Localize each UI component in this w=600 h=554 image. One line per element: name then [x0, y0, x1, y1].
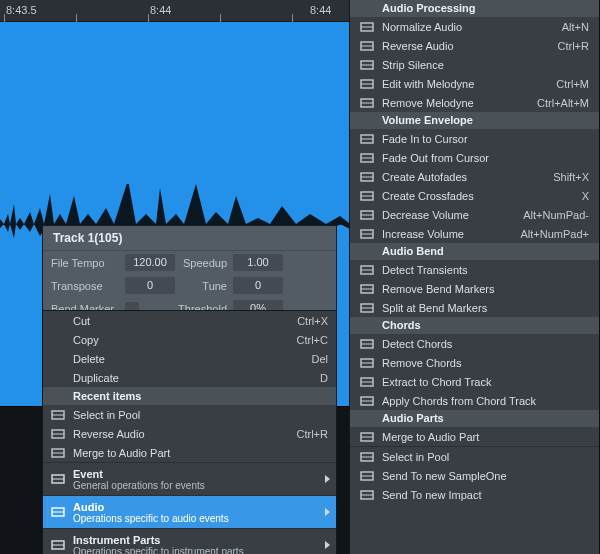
info-label: Tune [175, 280, 233, 292]
menu-item-label: Detect Chords [382, 338, 452, 350]
menu-item-label: Edit with Melodyne [382, 78, 474, 90]
menu-item-shortcut: Ctrl+Alt+M [537, 97, 589, 109]
submenu-section-header: Audio Processing [350, 0, 599, 17]
menu-item-label: Apply Chords from Chord Track [382, 395, 536, 407]
menu-item-label: Remove Bend Markers [382, 283, 495, 295]
instrument-icon [50, 537, 66, 553]
submenu-instrument-parts[interactable]: Instrument PartsOperations specific to i… [43, 529, 336, 554]
menu-item[interactable]: Fade In to Cursor [350, 129, 599, 148]
menu-item-delete[interactable]: DeleteDel [43, 349, 336, 368]
submenu-audio[interactable]: AudioOperations specific to audio events [43, 496, 336, 528]
menu-item-label: Extract to Chord Track [382, 376, 491, 388]
menu-item-shortcut: Del [311, 353, 328, 365]
menu-item-label: Cut [73, 315, 90, 327]
ruler-label: 8:44 [150, 4, 171, 16]
menu-item[interactable]: Remove Chords [350, 353, 599, 372]
menu-item-label: Detect Transients [382, 264, 468, 276]
menu-item[interactable]: Remove Bend Markers [350, 279, 599, 298]
menu-item-shortcut: X [582, 190, 589, 202]
menu-item-label: Reverse Audio [73, 428, 145, 440]
submenu-desc: Operations specific to instrument parts [73, 546, 336, 555]
menu-item[interactable]: Edit with MelodyneCtrl+M [350, 74, 599, 93]
vol-up-icon [359, 226, 375, 242]
event-icon [50, 471, 66, 487]
menu-item-label: Split at Bend Markers [382, 302, 487, 314]
menu-item-recent[interactable]: Select in Pool [43, 405, 336, 424]
menu-item[interactable]: Split at Bend Markers [350, 298, 599, 317]
menu-item-shortcut: Ctrl+X [297, 315, 328, 327]
menu-item[interactable]: Reverse AudioCtrl+R [350, 36, 599, 55]
strip-silence-icon [359, 57, 375, 73]
menu-item[interactable]: Remove MelodyneCtrl+Alt+M [350, 93, 599, 112]
pool-icon [50, 407, 66, 423]
menu-item-shortcut: Ctrl+R [297, 428, 328, 440]
extract-chords-icon [359, 374, 375, 390]
menu-item[interactable]: Create CrossfadesX [350, 186, 599, 205]
menu-item-shortcut: Ctrl+R [558, 40, 589, 52]
menu-item[interactable]: Fade Out from Cursor [350, 148, 599, 167]
menu-item[interactable]: Detect Transients [350, 260, 599, 279]
menu-item[interactable]: Create AutofadesShift+X [350, 167, 599, 186]
menu-item-recent[interactable]: Merge to Audio Part [43, 443, 336, 462]
submenu-title: Instrument Parts [73, 534, 336, 546]
info-value[interactable]: 120.00 [125, 254, 175, 271]
fade-in-icon [359, 131, 375, 147]
clip-info-panel: Track 1(105) File Tempo120.00Speedup1.00… [42, 225, 337, 321]
menu-item-label: Fade In to Cursor [382, 133, 468, 145]
menu-item[interactable]: Select in Pool [350, 447, 599, 466]
detect-transients-icon [359, 262, 375, 278]
time-ruler[interactable]: 8:43.5 8:44 8:44 [0, 0, 350, 22]
menu-item-shortcut: Ctrl+C [297, 334, 328, 346]
apply-chords-icon [359, 393, 375, 409]
info-value[interactable]: 1.00 [233, 254, 283, 271]
menu-item-duplicate[interactable]: DuplicateD [43, 368, 336, 387]
fade-out-icon [359, 150, 375, 166]
chevron-right-icon [325, 541, 330, 549]
menu-item-shortcut: Alt+N [562, 21, 589, 33]
detect-chords-icon [359, 336, 375, 352]
menu-item-label: Create Crossfades [382, 190, 474, 202]
menu-item-label: Decrease Volume [382, 209, 469, 221]
ruler-label: 8:43.5 [6, 4, 37, 16]
menu-item-copy[interactable]: CopyCtrl+C [43, 330, 336, 349]
menu-item-shortcut: Alt+NumPad- [523, 209, 589, 221]
context-menu: CutCtrl+XCopyCtrl+CDeleteDelDuplicateD R… [42, 310, 337, 554]
menu-item[interactable]: Send To new SampleOne [350, 466, 599, 485]
vol-down-icon [359, 207, 375, 223]
menu-item[interactable]: Decrease VolumeAlt+NumPad- [350, 205, 599, 224]
info-row: Transpose0Tune0 [43, 274, 336, 297]
menu-item[interactable]: Strip Silence [350, 55, 599, 74]
menu-item[interactable]: Detect Chords [350, 334, 599, 353]
menu-item[interactable]: Extract to Chord Track [350, 372, 599, 391]
menu-item-label: Normalize Audio [382, 21, 462, 33]
menu-item-shortcut: D [320, 372, 328, 384]
submenu-title: Audio [73, 501, 336, 513]
menu-item[interactable]: Send To new Impact [350, 485, 599, 504]
remove-bend-icon [359, 281, 375, 297]
menu-item[interactable]: Increase VolumeAlt+NumPad+ [350, 224, 599, 243]
info-value[interactable]: 0 [233, 277, 283, 294]
menu-item-label: Select in Pool [73, 409, 140, 421]
info-label: Speedup [175, 257, 233, 269]
autofades-icon [359, 169, 375, 185]
menu-item-label: Merge to Audio Part [382, 431, 479, 443]
menu-item-recent[interactable]: Reverse AudioCtrl+R [43, 424, 336, 443]
menu-item[interactable]: Normalize AudioAlt+N [350, 17, 599, 36]
menu-item-cut[interactable]: CutCtrl+X [43, 311, 336, 330]
impact-icon [359, 487, 375, 503]
menu-item-label: Create Autofades [382, 171, 467, 183]
menu-item[interactable]: Merge to Audio Part [350, 427, 599, 446]
submenu-event[interactable]: EventGeneral operations for events [43, 463, 336, 495]
sampleone-icon [359, 468, 375, 484]
menu-item[interactable]: Apply Chords from Chord Track [350, 391, 599, 410]
melodyne-edit-icon [359, 76, 375, 92]
normalize-icon [359, 19, 375, 35]
submenu-section-header: Volume Envelope [350, 112, 599, 129]
info-label: Transpose [51, 280, 125, 292]
info-value[interactable]: 0 [125, 277, 175, 294]
menu-item-label: Fade Out from Cursor [382, 152, 489, 164]
merge-icon [50, 445, 66, 461]
menu-item-shortcut: Shift+X [553, 171, 589, 183]
menu-item-label: Strip Silence [382, 59, 444, 71]
pool-icon [359, 449, 375, 465]
